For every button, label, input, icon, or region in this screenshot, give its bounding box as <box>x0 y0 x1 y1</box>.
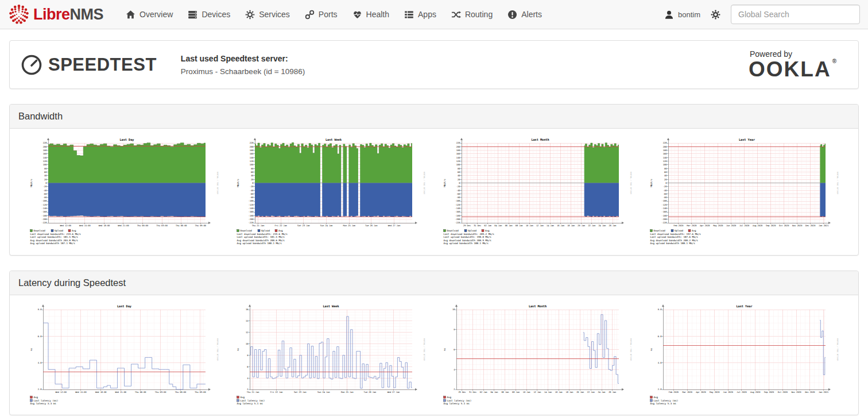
svg-text:60: 60 <box>44 171 47 173</box>
svg-text:04 Jan: 04 Jan <box>494 225 502 227</box>
svg-text:ms: ms <box>237 348 239 351</box>
speedtest-info-panel: SPEEDTEST Last used Speedtest server: Pr… <box>9 40 859 89</box>
svg-text:-200: -200 <box>248 218 254 221</box>
speedtest-gauge-icon <box>20 53 43 76</box>
svg-text:Upload: Upload <box>675 229 684 232</box>
svg-text:Dec 2020: Dec 2020 <box>805 225 815 227</box>
bandwidth-graph-month[interactable]: -220-200-180-160-140-120-100-80-60-40-20… <box>443 137 632 247</box>
svg-text:24 Jan: 24 Jan <box>598 225 606 227</box>
svg-text:26 Jan: 26 Jan <box>609 391 616 393</box>
svg-text:06 Jan: 06 Jan <box>501 391 509 393</box>
svg-text:Last upload bandwidth: 187.6 M: Last upload bandwidth: 187.6 Mb/s <box>650 235 699 238</box>
svg-text:Nov 2020: Nov 2020 <box>791 391 801 393</box>
svg-text:Aug 2020: Aug 2020 <box>750 391 760 393</box>
svg-text:40: 40 <box>458 174 460 177</box>
svg-text:Wed 18:00: Wed 18:00 <box>99 225 110 227</box>
svg-text:6: 6 <box>454 348 455 351</box>
svg-text:Last upload bandwidth: 181.5 M: Last upload bandwidth: 181.5 Mb/s <box>30 235 79 238</box>
svg-text:08 Jan: 08 Jan <box>512 391 520 393</box>
svg-text:12: 12 <box>246 331 249 334</box>
svg-text:40: 40 <box>251 174 254 177</box>
svg-text:02 Jan: 02 Jan <box>484 225 491 227</box>
svg-text:16 Jan: 16 Jan <box>557 225 564 227</box>
svg-text:120: 120 <box>250 160 254 163</box>
menu-item-ports[interactable]: Ports <box>299 5 344 24</box>
svg-text:Wed 15:00: Wed 15:00 <box>79 225 90 227</box>
librenms-logo[interactable]: LibreNMS <box>8 3 103 25</box>
settings-gear-icon[interactable] <box>711 10 720 20</box>
svg-text:-220: -220 <box>455 221 460 224</box>
svg-text:2.0: 2.0 <box>658 388 662 391</box>
bandwidth-graph-year[interactable]: -220-200-180-160-140-120-100-80-60-40-20… <box>649 137 839 247</box>
svg-text:140: 140 <box>43 156 48 159</box>
svg-text:Last upload bandwidth: 190.0 M: Last upload bandwidth: 190.0 Mb/s <box>444 235 492 238</box>
svg-text:140: 140 <box>663 156 668 159</box>
svg-text:Mbit/s: Mbit/s <box>443 179 446 187</box>
svg-text:220: 220 <box>663 141 668 144</box>
menu-item-apps[interactable]: Apps <box>398 5 443 24</box>
svg-text:4.0: 4.0 <box>658 361 662 364</box>
svg-text:-100: -100 <box>661 199 667 202</box>
svg-text:Apr 2020: Apr 2020 <box>696 391 706 393</box>
svg-text:4: 4 <box>247 377 249 380</box>
svg-text:100: 100 <box>663 163 668 166</box>
latency-graph-month[interactable]: 24681029 Dec31 Dec02 Jan04 Jan06 Jan08 J… <box>443 303 632 407</box>
svg-text:Wed 12:00: Wed 12:00 <box>60 225 71 227</box>
brand-text: LibreNMS <box>33 6 103 24</box>
svg-text:Last Day: Last Day <box>120 138 134 142</box>
svg-text:-180: -180 <box>248 214 254 217</box>
svg-text:-160: -160 <box>661 210 667 213</box>
bandwidth-graph-day[interactable]: -220-200-180-160-140-120-100-80-60-40-20… <box>29 137 219 247</box>
latency-graph-week[interactable]: 246810121416Thu 21 JanFri 22 JanSat 23 J… <box>236 303 425 407</box>
svg-text:RRDTOOL / TOBI OETIKER: RRDTOOL / TOBI OETIKER <box>836 172 839 195</box>
svg-text:20: 20 <box>251 178 254 181</box>
svg-text:RRDTOOL / TOBI OETIKER: RRDTOOL / TOBI OETIKER <box>630 338 632 361</box>
svg-text:160: 160 <box>663 152 668 155</box>
svg-text:0: 0 <box>252 182 254 184</box>
latency-graph-year[interactable]: 2.04.06.08.0Feb 2020Mar 2020Apr 2020May … <box>649 303 839 407</box>
svg-text:Avg latency 5.3 ms: Avg latency 5.3 ms <box>650 402 677 405</box>
svg-text:-20: -20 <box>663 185 668 188</box>
svg-text:-80: -80 <box>250 196 254 199</box>
speedtest-wordmark: SPEEDTEST <box>48 55 157 75</box>
svg-text:-140: -140 <box>661 207 667 210</box>
global-search-input[interactable] <box>731 5 860 24</box>
librenms-dots-icon <box>8 3 30 25</box>
menu-item-alerts[interactable]: Alerts <box>501 5 548 24</box>
svg-text:-140: -140 <box>41 207 47 210</box>
svg-text:-160: -160 <box>248 210 254 213</box>
svg-text:20 Jan: 20 Jan <box>576 391 584 393</box>
bandwidth-panel-heading: Bandwidth <box>10 105 858 129</box>
svg-text:8: 8 <box>454 328 455 331</box>
main-menu: Overview Devices Services Ports Health A… <box>119 5 548 24</box>
svg-text:Dec 2020: Dec 2020 <box>805 391 815 393</box>
latency-graph-day[interactable]: 2.04.06.08.0Wed 12:00Wed 15:00Wed 18:00W… <box>29 303 219 407</box>
svg-text:Thu 09:00: Thu 09:00 <box>195 391 206 393</box>
svg-text:May 2020: May 2020 <box>713 225 723 227</box>
svg-text:-60: -60 <box>43 192 48 195</box>
menu-item-devices[interactable]: Devices <box>181 5 237 24</box>
user-menu[interactable]: bontim <box>664 10 700 20</box>
svg-text:20: 20 <box>44 178 47 181</box>
svg-text:12 Jan: 12 Jan <box>533 391 541 393</box>
svg-text:Jul 2020: Jul 2020 <box>737 391 746 393</box>
ookla-logo: Powered by OOKLA® <box>749 49 848 80</box>
svg-text:160: 160 <box>250 152 254 155</box>
svg-text:Avg latency 5.1 ms: Avg latency 5.1 ms <box>444 402 470 405</box>
svg-text:Avg upload bandwidth 188.1 Mb/: Avg upload bandwidth 188.1 Mb/s <box>650 242 696 245</box>
menu-item-health[interactable]: Health <box>346 5 396 24</box>
svg-text:-120: -120 <box>248 203 254 206</box>
svg-text:40: 40 <box>664 174 667 177</box>
menu-item-services[interactable]: Services <box>239 5 296 24</box>
svg-text:Last Month: Last Month <box>531 138 549 141</box>
menu-item-routing[interactable]: Routing <box>445 5 499 24</box>
menu-item-overview[interactable]: Overview <box>119 5 179 24</box>
svg-text:Last latency (ms): Last latency (ms) <box>34 399 59 402</box>
svg-text:Sun 24 Jan: Sun 24 Jan <box>317 391 330 393</box>
top-navbar: LibreNMS Overview Devices Services Ports… <box>0 0 868 29</box>
bandwidth-graph-week[interactable]: -220-200-180-160-140-120-100-80-60-40-20… <box>236 137 425 247</box>
svg-text:04 Jan: 04 Jan <box>490 391 498 393</box>
svg-text:12 Jan: 12 Jan <box>536 225 544 227</box>
svg-text:-80: -80 <box>663 196 668 199</box>
svg-text:10 Jan: 10 Jan <box>523 391 530 393</box>
